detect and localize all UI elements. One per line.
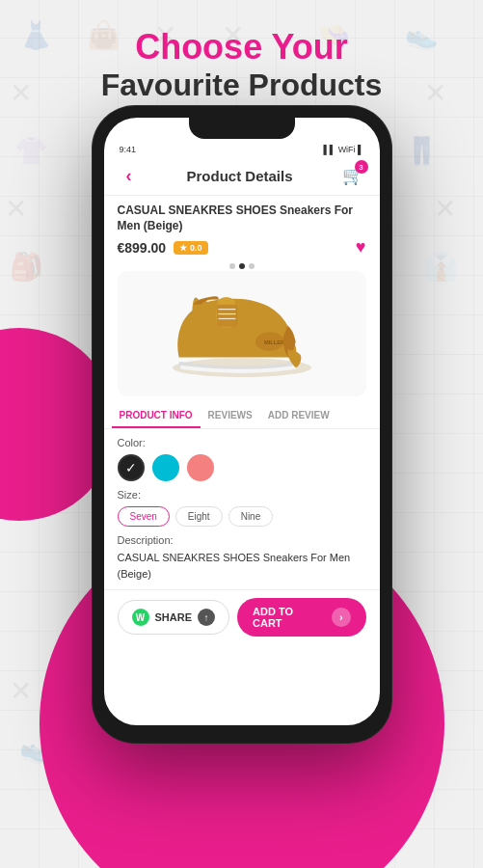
- add-to-cart-button[interactable]: ADD TO CART ›: [237, 598, 365, 637]
- image-dots: [104, 263, 380, 269]
- bottom-bar: W SHARE ↑ ADD TO CART ›: [104, 589, 380, 644]
- app-header: ‹ Product Details 🛒 3: [104, 156, 380, 196]
- phone-shell: 9:41 ▌▌ WiFi ▌ ‹ Product Details 🛒 3 CAS…: [93, 106, 391, 743]
- size-seven[interactable]: Seven: [118, 506, 170, 527]
- back-icon: ‹: [126, 166, 132, 186]
- status-time: 9:41: [120, 145, 137, 154]
- rating-value: 0.0: [190, 243, 202, 253]
- whatsapp-icon: W: [132, 609, 149, 626]
- color-cyan[interactable]: [152, 454, 179, 481]
- rating-badge: ★ 0.0: [174, 241, 208, 255]
- add-cart-label: ADD TO CART: [253, 606, 324, 629]
- color-salmon[interactable]: [187, 454, 214, 481]
- checkmark-icon: ✓: [125, 460, 137, 475]
- tab-add-review[interactable]: ADD REVIEW: [260, 404, 337, 428]
- product-tabs: PRODUCT INFO REVIEWS ADD REVIEW: [104, 404, 380, 429]
- share-up-icon: ↑: [198, 609, 215, 626]
- cart-badge-count: 3: [355, 160, 368, 174]
- product-header: CASUAL SNEAKRES SHOES Sneakers For Men (…: [104, 196, 380, 261]
- color-black[interactable]: ✓: [118, 454, 145, 481]
- price-row: €899.00 ★ 0.0 ♥: [118, 237, 366, 258]
- dot-1: [229, 263, 235, 269]
- color-label: Color:: [118, 437, 366, 448]
- header-title: Product Details: [186, 168, 292, 184]
- hero-line2: Favourite Products: [0, 68, 483, 103]
- product-image-area: MILLER: [118, 271, 366, 396]
- tab-reviews[interactable]: REVIEWS: [201, 404, 260, 428]
- phone-mockup: 9:41 ▌▌ WiFi ▌ ‹ Product Details 🛒 3 CAS…: [93, 106, 391, 743]
- size-eight[interactable]: Eight: [175, 506, 223, 527]
- phone-screen: 9:41 ▌▌ WiFi ▌ ‹ Product Details 🛒 3 CAS…: [104, 118, 380, 725]
- product-description: CASUAL SNEAKRES SHOES Sneakers For Men (…: [118, 550, 366, 582]
- back-button[interactable]: ‹: [118, 164, 141, 187]
- cart-arrow-icon: ›: [332, 608, 351, 627]
- svg-rect-1: [216, 305, 236, 327]
- size-label: Size:: [118, 489, 366, 501]
- status-icons: ▌▌ WiFi ▌: [323, 145, 363, 154]
- tab-product-info[interactable]: PRODUCT INFO: [112, 404, 201, 428]
- svg-text:MILLER: MILLER: [263, 340, 284, 346]
- product-price: €899.00: [118, 240, 167, 256]
- size-nine[interactable]: Nine: [228, 506, 274, 527]
- dot-2: [239, 263, 245, 269]
- product-name: CASUAL SNEAKRES SHOES Sneakers For Men (…: [118, 203, 366, 233]
- cart-button[interactable]: 🛒 3: [339, 162, 366, 189]
- wishlist-button[interactable]: ♥: [356, 237, 366, 258]
- size-options: Seven Eight Nine: [118, 506, 366, 527]
- share-button[interactable]: W SHARE ↑: [118, 600, 230, 635]
- product-details: Color: ✓ Size: Seven Eight Nine Descript…: [104, 429, 380, 589]
- hero-line1: Choose Your: [0, 27, 483, 68]
- product-image: MILLER: [155, 281, 329, 387]
- share-label: SHARE: [155, 611, 193, 623]
- color-options: ✓: [118, 454, 366, 481]
- hero-section: Choose Your Favourite Products: [0, 27, 483, 103]
- status-bar: 9:41 ▌▌ WiFi ▌: [104, 139, 380, 156]
- description-label: Description:: [118, 534, 366, 546]
- dot-3: [249, 263, 255, 269]
- star-icon: ★: [179, 243, 187, 253]
- phone-notch: [189, 118, 295, 139]
